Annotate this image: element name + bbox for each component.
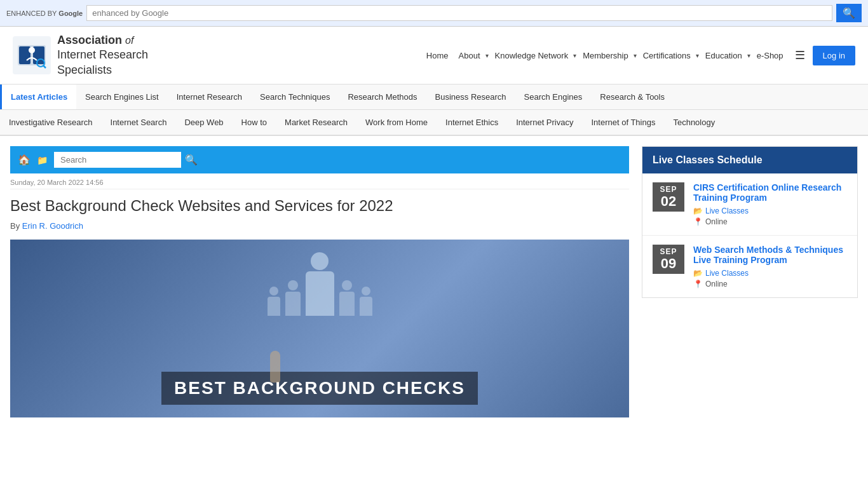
breadcrumb-home-icon[interactable]: 🏠 <box>18 154 31 166</box>
cat-nav-internet-research[interactable]: Internet Research <box>168 85 251 109</box>
schedule-location-label-1: Online <box>705 217 728 226</box>
schedule-day-1: 02 <box>656 194 681 209</box>
nav-eshop[interactable]: e-Shop <box>753 48 787 63</box>
cat-nav-search-engines[interactable]: Search Engines <box>515 85 592 109</box>
nav-certifications[interactable]: Certifications <box>639 48 695 63</box>
schedule-day-2: 09 <box>656 256 681 271</box>
schedule-date-badge-2: SEP 09 <box>653 245 684 274</box>
main-layout: 🏠 📁 🔍 Sunday, 20 March 2022 14:56 Best B… <box>0 136 868 428</box>
main-nav: Home About ▾ Knowledge Network ▾ Members… <box>153 46 855 65</box>
cat-nav-internet-ethics[interactable]: Internet Ethics <box>437 112 507 132</box>
article-image-overlay: BEST BACKGROUND CHECKS <box>161 372 478 405</box>
cat-nav-how-to[interactable]: How to <box>233 112 276 132</box>
cat-nav-internet-search[interactable]: Internet Search <box>102 112 176 132</box>
breadcrumb-search-button[interactable]: 🔍 <box>181 151 201 168</box>
cat-nav-internet-of-things[interactable]: Internet of Things <box>582 112 664 132</box>
nav-education-dropdown: Education ▾ <box>702 48 750 63</box>
schedule-info-2: Web Search Methods & Techniques Live Tra… <box>693 245 847 288</box>
nav-knowledge-dropdown: Knowledge Network ▾ <box>491 48 577 63</box>
category-nav-2: Investigative Research Internet Search D… <box>0 110 868 136</box>
breadcrumb-search: 🔍 <box>54 151 621 168</box>
author-link[interactable]: Erin R. Goodrich <box>22 221 83 231</box>
logo-area: Association of Internet Research Special… <box>13 33 153 78</box>
nav-education-chevron: ▾ <box>747 52 750 59</box>
nav-membership-chevron: ▾ <box>634 52 637 59</box>
nav-about[interactable]: About <box>455 48 484 63</box>
cat-nav-search-engines-list[interactable]: Search Engines List <box>76 85 168 109</box>
cat-nav-market-research[interactable]: Market Research <box>276 112 356 132</box>
schedule-item-1: SEP 02 CIRS Certification Online Researc… <box>642 173 857 236</box>
schedule-location-label-2: Online <box>705 280 728 288</box>
sidebar: Live Classes Schedule SEP 02 CIRS Certif… <box>642 146 858 417</box>
schedule-category-label-2[interactable]: Live Classes <box>705 269 749 278</box>
category-icon-1: 📂 <box>693 207 703 215</box>
cat-nav-business-research[interactable]: Business Research <box>426 85 515 109</box>
nav-certifications-chevron: ▾ <box>696 52 699 59</box>
cat-nav-technology[interactable]: Technology <box>664 112 724 132</box>
google-bar: ENHANCED BY Google 🔍 <box>0 0 868 27</box>
article-title: Best Background Check Websites and Servi… <box>10 197 629 215</box>
nav-knowledge-chevron: ▾ <box>573 52 576 59</box>
google-search-input[interactable] <box>86 5 832 21</box>
site-logo-text: Association of Internet Research Special… <box>57 33 148 78</box>
nav-about-dropdown: About ▾ <box>455 48 489 63</box>
schedule-month-1: SEP <box>656 185 681 194</box>
schedule-info-1: CIRS Certification Online Research Train… <box>693 182 847 226</box>
article-author: By Erin R. Goodrich <box>10 221 629 231</box>
google-enhanced-label: ENHANCED BY Google <box>6 10 83 17</box>
schedule-location-2: 📍 Online <box>693 280 847 288</box>
category-icon-2: 📂 <box>693 269 703 278</box>
schedule-category-2: 📂 Live Classes <box>693 269 847 278</box>
article-area: 🏠 📁 🔍 Sunday, 20 March 2022 14:56 Best B… <box>10 146 629 417</box>
schedule-title-1[interactable]: CIRS Certification Online Research Train… <box>693 182 847 203</box>
nav-education[interactable]: Education <box>702 48 746 63</box>
nav-knowledge[interactable]: Knowledge Network <box>491 48 573 63</box>
silhouette-4 <box>360 287 372 316</box>
breadcrumb-folder-icon: 📁 <box>37 155 48 165</box>
hamburger-button[interactable]: ☰ <box>790 46 810 65</box>
location-icon-2: 📍 <box>693 280 703 288</box>
nav-certifications-dropdown: Certifications ▾ <box>639 48 699 63</box>
breadcrumb-search-input[interactable] <box>54 152 181 168</box>
site-logo-icon <box>13 36 51 74</box>
nav-membership[interactable]: Membership <box>579 48 632 63</box>
login-button[interactable]: Log in <box>813 46 855 65</box>
svg-rect-2 <box>19 46 31 64</box>
breadcrumb-bar: 🏠 📁 🔍 <box>10 146 629 173</box>
cat-nav-investigative-research[interactable]: Investigative Research <box>0 112 102 132</box>
cat-nav-internet-privacy[interactable]: Internet Privacy <box>507 112 582 132</box>
google-search-button[interactable]: 🔍 <box>836 4 862 22</box>
article-image: BEST BACKGROUND CHECKS <box>10 240 629 417</box>
nav-about-chevron: ▾ <box>485 52 489 59</box>
location-icon-1: 📍 <box>693 217 703 226</box>
cat-nav-latest-articles[interactable]: Latest Articles <box>0 85 76 109</box>
schedule-date-badge-1: SEP 02 <box>653 182 684 212</box>
silhouette-1 <box>268 287 280 316</box>
finger-pointing <box>270 351 280 383</box>
schedule-item-2: SEP 09 Web Search Methods & Techniques L… <box>642 236 857 297</box>
live-classes-schedule: Live Classes Schedule SEP 02 CIRS Certif… <box>642 146 858 298</box>
cat-nav-work-from-home[interactable]: Work from Home <box>356 112 437 132</box>
nav-membership-dropdown: Membership ▾ <box>579 48 637 63</box>
cat-nav-deep-web[interactable]: Deep Web <box>175 112 232 132</box>
silhouettes <box>10 252 629 316</box>
silhouette-3 <box>339 280 355 316</box>
schedule-location-1: 📍 Online <box>693 217 847 226</box>
cat-nav-search-techniques[interactable]: Search Techniques <box>251 85 339 109</box>
schedule-title-2[interactable]: Web Search Methods & Techniques Live Tra… <box>693 245 847 265</box>
svg-point-4 <box>29 47 35 53</box>
schedule-month-2: SEP <box>656 247 681 256</box>
silhouette-2 <box>285 280 301 316</box>
silhouette-main <box>306 252 334 316</box>
cat-nav-research-tools[interactable]: Research & Tools <box>591 85 674 109</box>
schedule-category-label-1[interactable]: Live Classes <box>705 207 749 215</box>
cat-nav-research-methods[interactable]: Research Methods <box>339 85 426 109</box>
svg-rect-3 <box>33 46 44 64</box>
nav-home[interactable]: Home <box>423 48 452 63</box>
schedule-category-1: 📂 Live Classes <box>693 207 847 215</box>
article-date: Sunday, 20 March 2022 14:56 <box>10 173 629 189</box>
category-nav-1: Latest Articles Search Engines List Inte… <box>0 85 868 110</box>
header: Association of Internet Research Special… <box>0 27 868 85</box>
schedule-header: Live Classes Schedule <box>642 147 857 173</box>
